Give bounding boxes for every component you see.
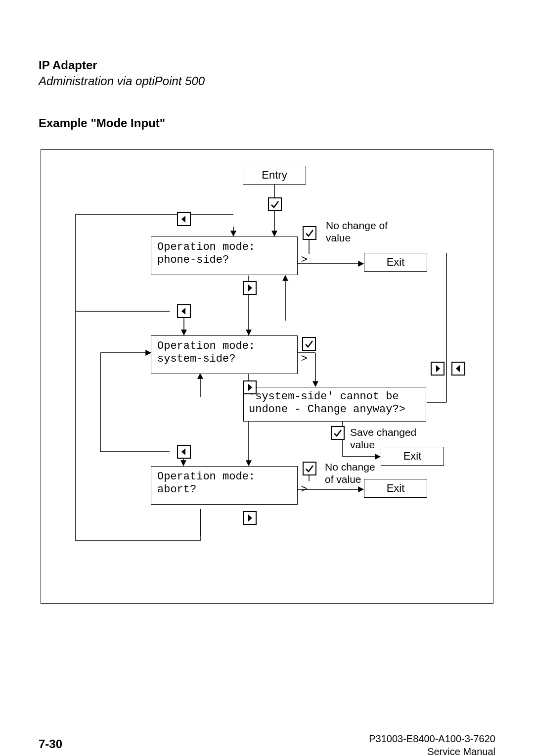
exit3-label: Exit — [387, 482, 405, 495]
save-line1: Save changed — [350, 426, 416, 438]
system-side-line2: system-side? > — [157, 353, 291, 366]
diagram-frame: Entry Operation mode: phone-side? > Exit… — [41, 149, 493, 604]
no-change1-line2: value — [326, 232, 388, 244]
check-icon — [268, 197, 282, 211]
no-change-label-2: No change of value — [325, 461, 375, 485]
check-icon — [303, 226, 316, 240]
abort-box: Operation mode: abort? > — [151, 466, 298, 505]
phone-side-line1: Operation mode: — [157, 241, 291, 254]
header-subtitle: Administration via optiPoint 500 — [39, 74, 205, 88]
exit1-box: Exit — [364, 253, 427, 272]
check-icon — [331, 426, 345, 440]
entry-box: Entry — [243, 166, 306, 185]
left-arrow-icon — [177, 445, 191, 459]
diagram-connectors — [41, 150, 493, 603]
no-change2-line1: No change — [325, 461, 375, 473]
check-icon — [303, 462, 316, 475]
left-arrow-icon — [177, 304, 191, 318]
footer-page-number: 7-30 — [39, 737, 62, 751]
confirm-line2: undone - Change anyway?> — [249, 403, 421, 416]
no-change-label-1: No change of value — [326, 219, 388, 244]
exit1-label: Exit — [387, 256, 405, 269]
right-arrow-icon — [431, 362, 445, 376]
save-line2: value — [350, 438, 416, 451]
right-arrow-icon — [243, 380, 257, 394]
phone-side-line2: phone-side? > — [157, 254, 291, 267]
page: IP Adapter Administration via optiPoint … — [0, 0, 534, 756]
save-changed-label: Save changed value — [350, 426, 416, 451]
header-title: IP Adapter — [39, 58, 205, 72]
footer-doctype: Service Manual — [369, 745, 495, 756]
exit2-label: Exit — [403, 450, 422, 463]
page-header: IP Adapter Administration via optiPoint … — [39, 58, 205, 88]
phone-side-box: Operation mode: phone-side? > — [151, 236, 298, 275]
section-title: Example "Mode Input" — [39, 116, 165, 130]
abort-line1: Operation mode: — [157, 471, 291, 483]
check-icon — [302, 337, 316, 351]
right-arrow-icon — [243, 281, 257, 295]
abort-line2: abort? > — [157, 483, 291, 496]
system-side-box: Operation mode: system-side? > — [151, 335, 298, 374]
system-side-line1: Operation mode: — [157, 340, 291, 353]
confirm-box: 'system-side' cannot be undone - Change … — [243, 387, 426, 422]
footer-right: P31003-E8400-A100-3-7620 Service Manual — [369, 732, 495, 756]
footer-docnum: P31003-E8400-A100-3-7620 — [369, 732, 495, 745]
confirm-line1: 'system-side' cannot be — [249, 390, 421, 403]
entry-label: Entry — [262, 169, 287, 182]
no-change1-line1: No change of — [326, 219, 388, 232]
left-arrow-icon — [177, 212, 191, 226]
right-arrow-icon — [243, 511, 257, 525]
no-change2-line2: of value — [325, 473, 375, 485]
left-arrow-icon — [451, 362, 465, 376]
